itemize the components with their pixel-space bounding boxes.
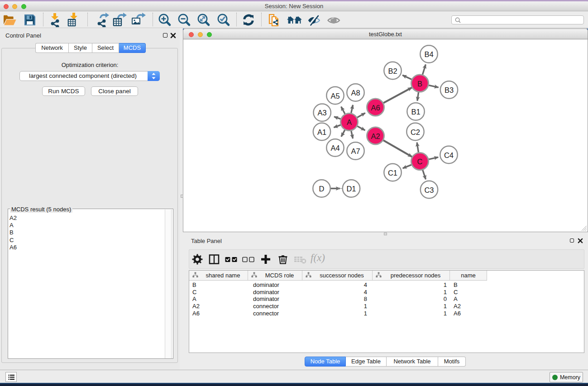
svg-text:B4: B4 [424, 50, 433, 58]
svg-text:C4: C4 [444, 151, 454, 159]
svg-text:C2: C2 [411, 128, 420, 136]
svg-text:A3: A3 [318, 109, 327, 117]
svg-text:B2: B2 [388, 67, 397, 75]
svg-text:C: C [417, 157, 423, 166]
svg-text:A: A [347, 118, 352, 126]
svg-text:B: B [417, 80, 422, 88]
svg-text:A2: A2 [371, 132, 380, 140]
svg-text:A1: A1 [317, 128, 326, 136]
svg-text:A7: A7 [351, 147, 360, 155]
svg-text:B1: B1 [411, 108, 420, 116]
svg-text:B3: B3 [445, 86, 454, 94]
svg-text:D1: D1 [346, 185, 356, 193]
svg-text:A5: A5 [330, 92, 339, 100]
svg-text:A6: A6 [371, 104, 380, 112]
svg-text:A8: A8 [351, 89, 360, 97]
svg-text:A4: A4 [330, 144, 339, 152]
svg-text:D: D [319, 185, 325, 193]
svg-text:C3: C3 [424, 186, 434, 194]
svg-text:C1: C1 [388, 169, 397, 177]
